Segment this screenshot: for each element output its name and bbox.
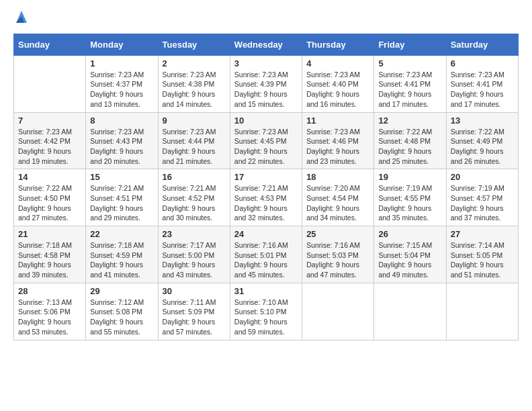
day-cell: 15Sunrise: 7:21 AMSunset: 4:51 PMDayligh…	[86, 169, 158, 226]
day-number: 21	[18, 229, 81, 239]
day-info: Sunrise: 7:18 AMSunset: 4:59 PMDaylight:…	[90, 240, 153, 280]
week-row-3: 14Sunrise: 7:22 AMSunset: 4:50 PMDayligh…	[14, 169, 519, 226]
day-info: Sunrise: 7:23 AMSunset: 4:41 PMDaylight:…	[378, 70, 441, 109]
day-number: 17	[234, 172, 298, 182]
day-cell	[14, 55, 86, 112]
day-number: 7	[18, 116, 81, 126]
day-cell: 21Sunrise: 7:18 AMSunset: 4:58 PMDayligh…	[14, 226, 86, 283]
day-info: Sunrise: 7:21 AMSunset: 4:52 PMDaylight:…	[163, 183, 226, 223]
calendar-body: 1Sunrise: 7:23 AMSunset: 4:37 PMDaylight…	[14, 55, 519, 340]
day-info: Sunrise: 7:12 AMSunset: 5:08 PMDaylight:…	[90, 298, 153, 337]
day-cell: 28Sunrise: 7:13 AMSunset: 5:06 PMDayligh…	[14, 283, 86, 340]
day-number: 20	[451, 172, 514, 182]
day-cell: 5Sunrise: 7:23 AMSunset: 4:41 PMDaylight…	[374, 55, 446, 112]
day-number: 3	[234, 58, 298, 68]
column-header-friday: Friday	[374, 34, 446, 55]
column-header-sunday: Sunday	[14, 34, 86, 55]
day-number: 18	[306, 172, 369, 182]
day-info: Sunrise: 7:23 AMSunset: 4:46 PMDaylight:…	[306, 127, 369, 167]
day-info: Sunrise: 7:18 AMSunset: 4:58 PMDaylight:…	[18, 240, 81, 280]
header-row: SundayMondayTuesdayWednesdayThursdayFrid…	[14, 34, 519, 55]
day-info: Sunrise: 7:23 AMSunset: 4:42 PMDaylight:…	[18, 127, 81, 167]
day-info: Sunrise: 7:11 AMSunset: 5:09 PMDaylight:…	[163, 298, 226, 337]
day-cell: 26Sunrise: 7:15 AMSunset: 5:04 PMDayligh…	[374, 226, 446, 283]
day-cell: 22Sunrise: 7:18 AMSunset: 4:59 PMDayligh…	[86, 226, 158, 283]
day-info: Sunrise: 7:23 AMSunset: 4:41 PMDaylight:…	[451, 70, 514, 109]
calendar-table: SundayMondayTuesdayWednesdayThursdayFrid…	[13, 34, 519, 340]
day-info: Sunrise: 7:23 AMSunset: 4:39 PMDaylight:…	[234, 70, 298, 109]
day-cell: 17Sunrise: 7:21 AMSunset: 4:53 PMDayligh…	[230, 169, 302, 226]
day-info: Sunrise: 7:22 AMSunset: 4:48 PMDaylight:…	[378, 127, 441, 167]
logo-text	[13, 13, 28, 27]
day-cell	[302, 283, 374, 340]
day-number: 1	[90, 58, 153, 68]
day-cell: 23Sunrise: 7:17 AMSunset: 5:00 PMDayligh…	[158, 226, 230, 283]
day-info: Sunrise: 7:17 AMSunset: 5:00 PMDaylight:…	[163, 240, 226, 280]
day-cell: 27Sunrise: 7:14 AMSunset: 5:05 PMDayligh…	[446, 226, 518, 283]
day-cell: 4Sunrise: 7:23 AMSunset: 4:40 PMDaylight…	[302, 55, 374, 112]
day-info: Sunrise: 7:22 AMSunset: 4:50 PMDaylight:…	[18, 183, 81, 223]
day-number: 10	[234, 116, 298, 126]
day-info: Sunrise: 7:22 AMSunset: 4:49 PMDaylight:…	[451, 127, 514, 167]
day-cell: 8Sunrise: 7:23 AMSunset: 4:43 PMDaylight…	[86, 112, 158, 169]
day-cell: 31Sunrise: 7:10 AMSunset: 5:10 PMDayligh…	[230, 283, 302, 340]
week-row-5: 28Sunrise: 7:13 AMSunset: 5:06 PMDayligh…	[14, 283, 519, 340]
day-info: Sunrise: 7:10 AMSunset: 5:10 PMDaylight:…	[234, 298, 298, 337]
day-number: 2	[163, 58, 226, 68]
day-cell	[374, 283, 446, 340]
column-header-saturday: Saturday	[446, 34, 518, 55]
day-cell: 18Sunrise: 7:20 AMSunset: 4:54 PMDayligh…	[302, 169, 374, 226]
day-cell: 29Sunrise: 7:12 AMSunset: 5:08 PMDayligh…	[86, 283, 158, 340]
day-number: 26	[378, 229, 441, 239]
week-row-4: 21Sunrise: 7:18 AMSunset: 4:58 PMDayligh…	[14, 226, 519, 283]
day-info: Sunrise: 7:23 AMSunset: 4:40 PMDaylight:…	[306, 70, 369, 109]
day-cell: 16Sunrise: 7:21 AMSunset: 4:52 PMDayligh…	[158, 169, 230, 226]
day-cell: 11Sunrise: 7:23 AMSunset: 4:46 PMDayligh…	[302, 112, 374, 169]
day-cell: 13Sunrise: 7:22 AMSunset: 4:49 PMDayligh…	[446, 112, 518, 169]
day-number: 14	[18, 172, 81, 182]
day-cell: 20Sunrise: 7:19 AMSunset: 4:57 PMDayligh…	[446, 169, 518, 226]
day-cell: 2Sunrise: 7:23 AMSunset: 4:38 PMDaylight…	[158, 55, 230, 112]
logo-icon	[15, 9, 28, 26]
day-number: 30	[163, 286, 226, 296]
column-header-tuesday: Tuesday	[158, 34, 230, 55]
day-info: Sunrise: 7:15 AMSunset: 5:04 PMDaylight:…	[378, 240, 441, 280]
day-number: 31	[234, 286, 298, 296]
day-number: 24	[234, 229, 298, 239]
day-cell: 9Sunrise: 7:23 AMSunset: 4:44 PMDaylight…	[158, 112, 230, 169]
column-header-thursday: Thursday	[302, 34, 374, 55]
day-number: 16	[163, 172, 226, 182]
day-number: 4	[306, 58, 369, 68]
day-cell: 6Sunrise: 7:23 AMSunset: 4:41 PMDaylight…	[446, 55, 518, 112]
day-info: Sunrise: 7:16 AMSunset: 5:01 PMDaylight:…	[234, 240, 298, 280]
day-number: 6	[451, 58, 514, 68]
day-cell: 1Sunrise: 7:23 AMSunset: 4:37 PMDaylight…	[86, 55, 158, 112]
day-info: Sunrise: 7:21 AMSunset: 4:51 PMDaylight:…	[90, 183, 153, 223]
day-info: Sunrise: 7:16 AMSunset: 5:03 PMDaylight:…	[306, 240, 369, 280]
day-cell: 19Sunrise: 7:19 AMSunset: 4:55 PMDayligh…	[374, 169, 446, 226]
day-cell: 12Sunrise: 7:22 AMSunset: 4:48 PMDayligh…	[374, 112, 446, 169]
day-number: 25	[306, 229, 369, 239]
day-info: Sunrise: 7:14 AMSunset: 5:05 PMDaylight:…	[451, 240, 514, 280]
day-cell	[446, 283, 518, 340]
day-info: Sunrise: 7:19 AMSunset: 4:55 PMDaylight:…	[378, 183, 441, 223]
day-info: Sunrise: 7:20 AMSunset: 4:54 PMDaylight:…	[306, 183, 369, 223]
day-cell: 3Sunrise: 7:23 AMSunset: 4:39 PMDaylight…	[230, 55, 302, 112]
day-number: 22	[90, 229, 153, 239]
day-cell: 7Sunrise: 7:23 AMSunset: 4:42 PMDaylight…	[14, 112, 86, 169]
day-info: Sunrise: 7:13 AMSunset: 5:06 PMDaylight:…	[18, 298, 81, 337]
day-number: 8	[90, 116, 153, 126]
column-header-monday: Monday	[86, 34, 158, 55]
day-info: Sunrise: 7:23 AMSunset: 4:38 PMDaylight:…	[163, 70, 226, 109]
logo	[13, 13, 28, 27]
calendar-header: SundayMondayTuesdayWednesdayThursdayFrid…	[14, 34, 519, 55]
column-header-wednesday: Wednesday	[230, 34, 302, 55]
day-number: 11	[306, 116, 369, 126]
day-number: 12	[378, 116, 441, 126]
day-cell: 10Sunrise: 7:23 AMSunset: 4:45 PMDayligh…	[230, 112, 302, 169]
day-info: Sunrise: 7:23 AMSunset: 4:37 PMDaylight:…	[90, 70, 153, 109]
day-number: 27	[451, 229, 514, 239]
day-info: Sunrise: 7:23 AMSunset: 4:43 PMDaylight:…	[90, 127, 153, 167]
day-cell: 30Sunrise: 7:11 AMSunset: 5:09 PMDayligh…	[158, 283, 230, 340]
week-row-2: 7Sunrise: 7:23 AMSunset: 4:42 PMDaylight…	[14, 112, 519, 169]
